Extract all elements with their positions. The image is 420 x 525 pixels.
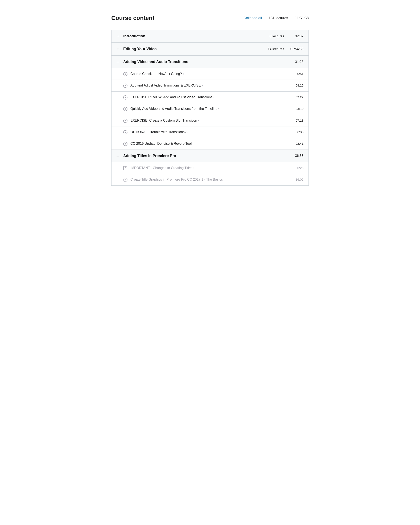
play-icon <box>123 142 128 146</box>
section-duration-intro: 32:07 <box>287 34 303 38</box>
lecture-row[interactable]: EXERCISE REVIEW: Add and Adjust Video Tr… <box>112 92 308 103</box>
play-icon <box>123 107 128 111</box>
play-icon <box>123 72 128 76</box>
lecture-title: Course Check In - How's it Going?▾ <box>131 72 184 75</box>
section-title-transitions: Adding Video and Audio Transitions <box>123 60 282 64</box>
lecture-duration: 02:27 <box>292 95 303 99</box>
course-content: +Introduction8 lectures32:07+Editing You… <box>111 30 309 186</box>
section-toggle-editing[interactable]: + <box>117 47 121 51</box>
collapse-all-button[interactable]: Collapse all <box>243 16 262 20</box>
section-group-transitions: –Adding Video and Audio Transitions31:28… <box>112 56 308 150</box>
lecture-title: EXERCISE REVIEW: Add and Adjust Video Tr… <box>131 95 215 99</box>
lecture-dropdown-icon[interactable]: ▾ <box>187 131 189 134</box>
section-row-intro[interactable]: +Introduction8 lectures32:07 <box>112 30 308 43</box>
lecture-title: EXERCISE: Create a Custom Blur Transitio… <box>131 119 199 122</box>
lecture-row[interactable]: OPTIONAL: Trouble with Transitions?▾06:3… <box>112 126 308 138</box>
lecture-duration: 00:51 <box>292 72 303 75</box>
section-toggle-transitions[interactable]: – <box>117 59 121 64</box>
lecture-title: Quickly Add Video and Audio Transitions … <box>131 107 219 111</box>
lecture-duration: 03:10 <box>292 106 303 111</box>
play-icon <box>123 178 128 182</box>
section-duration-transitions: 31:28 <box>287 60 303 64</box>
lecture-title: Add and Adjust Video Transitions & EXERC… <box>131 84 203 87</box>
lecture-duration: 06:36 <box>292 130 303 134</box>
section-group-editing: +Editing Your Video14 lectures01:54:30 <box>112 43 308 56</box>
lecture-dropdown-icon[interactable]: ▾ <box>183 73 184 75</box>
lecture-title: Create Title Graphics in Premiere Pro CC… <box>131 178 223 181</box>
lecture-dropdown-icon[interactable]: ▾ <box>193 167 195 170</box>
total-lectures: 131 lectures <box>269 16 288 20</box>
lecture-row[interactable]: Add and Adjust Video Transitions & EXERC… <box>112 80 308 91</box>
lecture-row[interactable]: Quickly Add Video and Audio Transitions … <box>112 103 308 115</box>
lecture-row[interactable]: Course Check In - How's it Going?▾00:51 <box>112 68 308 80</box>
section-toggle-intro[interactable]: + <box>117 34 121 39</box>
play-icon <box>123 130 128 134</box>
lecture-duration: 02:41 <box>292 141 303 145</box>
lecture-title: IMPORTANT - Changes to Creating Titles▾ <box>131 166 195 170</box>
section-title-intro: Introduction <box>123 34 267 38</box>
lecture-dropdown-icon[interactable]: ▾ <box>213 96 215 99</box>
section-row-editing[interactable]: +Editing Your Video14 lectures01:54:30 <box>112 43 308 56</box>
play-icon <box>123 84 128 88</box>
lecture-duration: 07:18 <box>292 118 303 122</box>
lecture-row[interactable]: EXERCISE: Create a Custom Blur Transitio… <box>112 115 308 126</box>
page-title: Course content <box>111 15 237 21</box>
lecture-dropdown-icon[interactable]: ▾ <box>202 84 203 87</box>
lecture-row[interactable]: IMPORTANT - Changes to Creating Titles▾0… <box>112 162 308 174</box>
section-meta-editing: 14 lectures <box>268 47 284 51</box>
lecture-duration: 08:25 <box>292 83 303 87</box>
lecture-duration: 00:25 <box>292 166 303 170</box>
page-header: Course content Collapse all 131 lectures… <box>111 8 309 28</box>
section-duration-editing: 01:54:30 <box>287 47 303 51</box>
lecture-row[interactable]: Create Title Graphics in Premiere Pro CC… <box>112 174 308 185</box>
play-icon <box>123 95 128 100</box>
section-row-transitions[interactable]: –Adding Video and Audio Transitions31:28 <box>112 56 308 68</box>
section-meta-intro: 8 lectures <box>270 34 284 38</box>
play-icon <box>123 119 128 123</box>
section-group-titles: –Adding Titles in Premiere Pro36:53IMPOR… <box>112 150 308 185</box>
section-duration-titles: 36:53 <box>287 154 303 158</box>
lecture-dropdown-icon[interactable]: ▾ <box>218 107 219 111</box>
section-group-intro: +Introduction8 lectures32:07 <box>112 30 308 43</box>
lecture-title: CC 2019 Update: Denoise & Reverb Tool <box>131 142 192 145</box>
section-toggle-titles[interactable]: – <box>117 153 121 158</box>
section-title-editing: Editing Your Video <box>123 47 265 51</box>
section-row-titles[interactable]: –Adding Titles in Premiere Pro36:53 <box>112 150 308 162</box>
lecture-title: OPTIONAL: Trouble with Transitions?▾ <box>131 130 189 134</box>
lecture-dropdown-icon[interactable]: ▾ <box>198 119 199 122</box>
lecture-duration: 16:05 <box>292 177 303 181</box>
total-duration: 11:51:58 <box>295 16 309 20</box>
lecture-row[interactable]: CC 2019 Update: Denoise & Reverb Tool02:… <box>112 138 308 149</box>
doc-icon <box>123 166 128 170</box>
section-title-titles: Adding Titles in Premiere Pro <box>123 154 282 158</box>
